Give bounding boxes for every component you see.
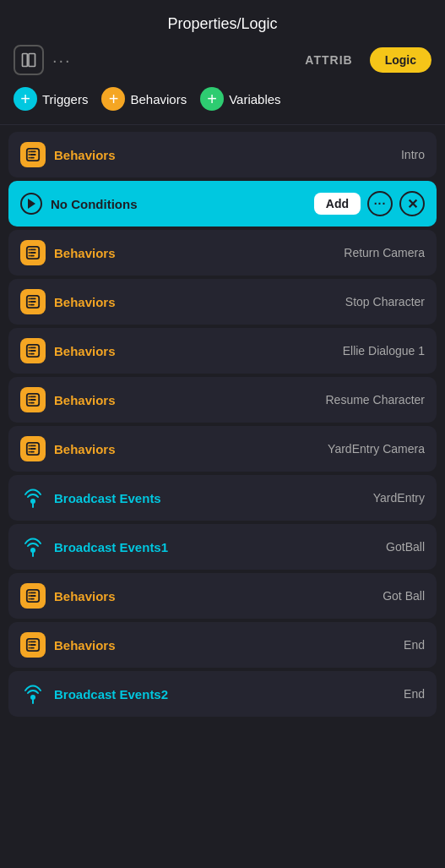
row-value: YardEntry [373,491,425,505]
variables-add-icon[interactable]: + [200,87,224,111]
row-value: End [404,638,425,652]
svg-point-32 [29,595,30,597]
add-button[interactable]: Add [314,193,361,215]
broadcast-icon [20,534,46,560]
behaviors-icon [20,338,46,363]
list-item[interactable]: Behaviors Ellie Dialogue 1 [8,328,437,374]
behaviors-toolbar-item[interactable]: + Behaviors [101,87,187,111]
list-item[interactable]: Broadcast Events1 GotBall [8,524,437,570]
row-value: Resume Character [326,393,426,407]
behaviors-add-icon[interactable]: + [101,87,125,111]
list-item[interactable]: Broadcast Events2 End [8,671,437,717]
list-item[interactable]: Behaviors End [8,622,437,668]
no-conditions-label: No Conditions [51,197,306,211]
svg-point-20 [29,399,30,401]
svg-point-9 [29,255,30,257]
variables-toolbar-item[interactable]: + Variables [200,87,280,111]
attrib-button[interactable]: ATTRIB [295,48,362,72]
more-options-icon[interactable]: ··· [52,51,72,70]
triggers-label: Triggers [42,92,88,106]
variables-label: Variables [229,92,280,106]
row-value: End [404,687,425,701]
row-type-label: Broadcast Events2 [54,687,168,701]
close-button[interactable]: ✕ [399,191,425,216]
svg-point-17 [29,353,30,355]
row-value: Intro [401,148,425,161]
svg-point-21 [29,402,30,404]
row-value: Got Ball [383,589,425,603]
behaviors-label: Behaviors [130,92,187,106]
svg-point-19 [29,396,30,398]
svg-point-7 [29,249,30,251]
more-dots-button[interactable]: ··· [367,191,393,216]
svg-point-13 [29,304,30,306]
toolbar: + Triggers + Behaviors + Variables [0,87,445,124]
triggers-toolbar-item[interactable]: + Triggers [14,87,88,111]
row-value: Stop Character [345,295,425,308]
row-type-label: Behaviors [54,393,116,407]
behaviors-icon [20,240,46,265]
behaviors-icon [20,436,46,461]
svg-point-31 [29,592,30,594]
behaviors-icon [20,142,46,167]
list-item[interactable]: Behaviors YardEntry Camera [8,426,437,472]
svg-point-35 [29,641,30,643]
list-item[interactable]: Behaviors Return Camera [8,230,437,276]
row-value: Return Camera [344,246,425,259]
row-value: GotBall [386,540,425,554]
svg-point-24 [29,448,30,450]
triggers-add-icon[interactable]: + [14,87,37,111]
top-bar-left: ··· [14,45,72,75]
sidebar-toggle-icon[interactable] [14,45,44,75]
row-type-label: Behaviors [54,589,116,603]
svg-point-12 [29,301,30,303]
row-type-label: Behaviors [54,246,116,260]
behaviors-icon [20,632,46,658]
svg-rect-1 [29,54,35,67]
svg-rect-0 [23,54,28,67]
page-title: Properties/Logic [0,0,445,45]
svg-point-16 [29,350,30,352]
row-type-label: Broadcast Events1 [54,540,168,554]
list-item[interactable]: Behaviors Intro [8,132,437,177]
list-item[interactable]: Behaviors Resume Character [8,377,437,423]
row-type-label: Broadcast Events [54,491,161,505]
row-type-label: Behaviors [54,295,116,309]
list-container: Behaviors Intro No Conditions Add ··· ✕ [0,128,445,720]
list-item[interactable]: Broadcast Events YardEntry [8,475,437,521]
list-item[interactable]: Behaviors Stop Character [8,279,437,325]
behaviors-icon [20,289,46,314]
row-type-label: Behaviors [54,638,116,652]
top-bar-right: ATTRIB Logic [295,47,431,73]
svg-point-5 [29,157,30,159]
behaviors-icon [20,583,46,609]
row-value: YardEntry Camera [328,442,425,456]
svg-point-11 [29,298,30,300]
svg-point-37 [29,647,30,649]
svg-point-23 [29,445,30,447]
behaviors-icon [20,387,46,412]
svg-point-15 [29,347,30,349]
svg-point-25 [29,451,30,453]
svg-point-36 [29,644,30,646]
svg-point-4 [29,154,30,156]
svg-point-33 [29,598,30,600]
top-bar: ··· ATTRIB Logic [0,45,445,87]
logic-button[interactable]: Logic [370,47,431,73]
list-item[interactable]: Behaviors Got Ball [8,573,437,619]
svg-point-8 [29,252,30,254]
row-value: Ellie Dialogue 1 [343,344,425,358]
no-conditions-row[interactable]: No Conditions Add ··· ✕ [8,181,437,227]
row-type-label: Behaviors [54,148,116,162]
row-type-label: Behaviors [54,442,116,456]
row-type-label: Behaviors [54,344,116,358]
svg-point-3 [29,151,30,153]
play-icon[interactable] [20,193,42,215]
toolbar-divider [0,124,445,125]
broadcast-icon [20,485,46,510]
broadcast-icon [20,681,46,707]
